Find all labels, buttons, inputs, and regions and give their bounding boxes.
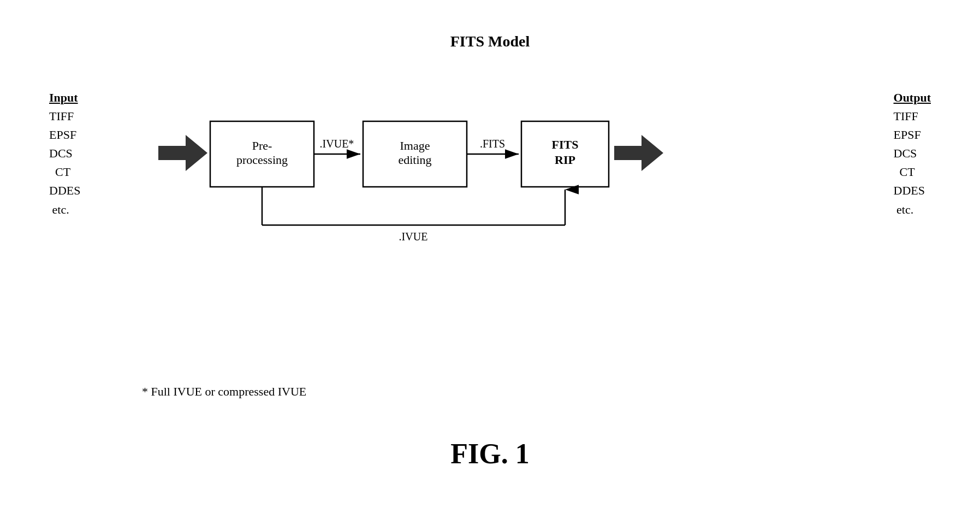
output-item-ddes: DDES: [894, 181, 931, 200]
fig-label: FIG. 1: [33, 438, 947, 470]
input-item-epsf: EPSF: [49, 126, 80, 144]
diagram-container: FITS Model Input TIFF EPSF DCS CT DDES e…: [33, 33, 947, 486]
input-item-ct: CT: [49, 163, 80, 181]
fits-rip-label-line1: FITS: [552, 138, 579, 151]
diagram-title: FITS Model: [33, 33, 947, 50]
output-item-ct: CT: [894, 163, 931, 181]
fits-rip-label-line2: RIP: [555, 153, 575, 167]
preprocessing-label-line2: processing: [236, 153, 288, 167]
output-item-epsf: EPSF: [894, 126, 931, 144]
output-list: Output TIFF EPSF DCS CT DDES etc.: [894, 89, 931, 219]
output-heading: Output: [894, 89, 931, 107]
ivue-star-label: .IVUE*: [320, 138, 354, 150]
output-arrow: [614, 135, 663, 171]
image-editing-label-line1: Image: [400, 139, 430, 152]
image-editing-label-line2: editing: [398, 153, 431, 167]
footnote-text: * Full IVUE or compressed IVUE: [142, 385, 306, 398]
output-item-etc: etc.: [894, 200, 931, 219]
input-heading: Input: [49, 89, 80, 107]
input-arrow: [158, 135, 207, 171]
output-item-dcs: DCS: [894, 144, 931, 163]
input-item-ddes: DDES: [49, 181, 80, 200]
preprocessing-label-line1: Pre-: [252, 139, 272, 152]
ivue-bottom-label: .IVUE: [399, 231, 428, 243]
input-item-dcs: DCS: [49, 144, 80, 163]
diagram-area: Input TIFF EPSF DCS CT DDES etc. Output …: [33, 67, 947, 274]
fits-label: .FITS: [480, 138, 505, 150]
footnote: * Full IVUE or compressed IVUE: [142, 385, 306, 399]
input-list: Input TIFF EPSF DCS CT DDES etc.: [49, 89, 80, 219]
flow-diagram-svg: Pre- processing .IVUE* Image editing .FI…: [126, 67, 879, 274]
input-item-etc: etc.: [49, 200, 80, 219]
output-item-tiff: TIFF: [894, 107, 931, 126]
input-item-tiff: TIFF: [49, 107, 80, 126]
